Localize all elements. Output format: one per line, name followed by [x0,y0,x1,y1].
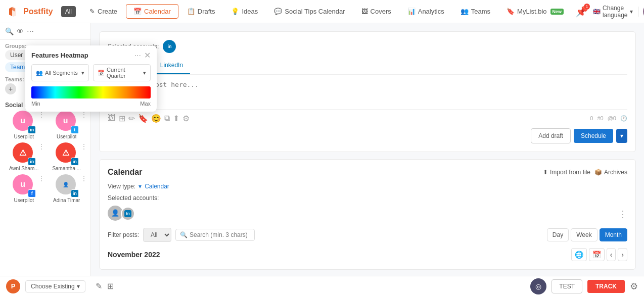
selected-account-chip[interactable]: in [163,40,176,53]
copy-icon[interactable]: ⧉ [164,114,170,123]
cal-nav-row: November 2022 🌐 📅 ‹ › [108,248,627,261]
view-type-dropdown[interactable]: ▾ [139,183,142,190]
nav-create[interactable]: ✎ Create [82,4,125,19]
linkedin-badge: in [71,158,79,166]
chevron-down-icon: ▾ [81,70,84,76]
cal-next-button[interactable]: › [618,248,627,261]
create-icon: ✎ [89,8,95,15]
all-tab[interactable]: All [61,6,76,17]
sidebar-more-button[interactable]: ⋯ [27,27,34,35]
heatmap-options-icon[interactable]: ··· [134,51,141,60]
cal-today-button[interactable]: 📅 [589,248,605,261]
bottom-right: ◎ TEST TRACK ⚙ [530,278,638,294]
month-view-button[interactable]: Month [600,228,627,241]
archives-button[interactable]: 📦 Archives [594,169,627,176]
schedule-dropdown-button[interactable]: ▾ [616,129,627,143]
top-nav: ✎ Create 📅 Calendar 📋 Drafts 💡 Ideas 💬 S… [82,4,571,19]
language-selector[interactable]: 🇬🇧 Change language ▾ [593,5,633,19]
flag-icon: 🇬🇧 [593,8,601,15]
account-item[interactable]: ⚠ in Awni Sham... ⋮ [4,142,44,171]
bottom-bar: P Choose Existing ▾ ✎ ⊞ ◎ TEST TRACK ⚙ [0,276,644,296]
test-button[interactable]: TEST [551,279,582,293]
nav-calendar[interactable]: 📅 Calendar [126,4,178,19]
account-item[interactable]: u t Userpilot ⋮ [47,111,87,139]
clock-icon: 🕐 [620,115,627,122]
account-more-icon[interactable]: ⋮ [80,111,87,119]
account-item[interactable]: u in Userpilot ⋮ [4,111,44,139]
heatmap-close-button[interactable]: ✕ [144,51,151,60]
add-draft-button[interactable]: Add draft [531,128,571,143]
sidebar-eye-button[interactable]: 👁 [17,27,24,35]
settings-icon[interactable]: ⚙ [182,114,190,123]
account-name: Userpilot [14,198,34,203]
calendar-search-input[interactable] [190,231,250,238]
pencil-icon[interactable]: ✎ [96,281,102,291]
pin-button[interactable]: 📌 1 [575,6,588,18]
nav-analytics[interactable]: 📊 Analytics [400,4,452,19]
emoji-icon[interactable]: 😊 [151,114,161,123]
grid-icon[interactable]: ⊞ [107,281,114,291]
pin-badge: 1 [584,4,590,10]
heatmap-max-label: Max [140,101,151,107]
cal-nav-buttons: 🌐 📅 ‹ › [571,248,627,261]
search-icon: 🔍 [180,231,188,238]
upload-icon[interactable]: ⬆ [173,114,179,123]
post-textarea[interactable] [108,75,627,108]
heatmap-header: Features Heatmap ··· ✕ [25,45,157,64]
account-item[interactable]: u f Userpilot ⋮ [4,174,44,203]
account-item[interactable]: 👤 in Adina Timar ⋮ [47,174,87,203]
nav-social-tips[interactable]: 💬 Social Tips Calendar [266,4,352,19]
quarter-select[interactable]: 📅 Current Quarter ▾ [93,64,151,81]
post-actions: Add draft Schedule ▾ [108,128,627,143]
heatmap-controls: 👥 All Segments ▾ 📅 Current Quarter ▾ [25,64,157,86]
calendar-icon: 📅 [98,70,105,76]
bookmark-icon[interactable]: 🔖 [138,114,148,123]
schedule-button[interactable]: Schedule [574,129,613,143]
track-button[interactable]: TRACK [587,280,625,293]
cal-more-button[interactable]: ⋮ [618,209,627,220]
grid-icon[interactable]: ⊞ [119,114,125,123]
account-more-icon[interactable]: ⋮ [38,174,45,182]
bottom-logo[interactable]: P [6,279,20,293]
teams-icon: 👥 [461,8,469,15]
logo-text: Postfity [23,7,53,16]
nav-teams[interactable]: 👥 Teams [453,4,498,19]
facebook-badge: f [28,189,36,198]
cal-globe-button[interactable]: 🌐 [571,248,587,261]
pen-icon[interactable]: ✏ [128,114,135,123]
analytics-icon: 📊 [407,8,416,15]
day-view-button[interactable]: Day [547,228,569,241]
add-team-button[interactable]: + [5,83,16,94]
nav-mylistbio[interactable]: 🔖 MyList.bio New [499,4,571,19]
segment-select[interactable]: 👥 All Segments ▾ [31,64,89,81]
account-more-icon[interactable]: ⋮ [38,142,45,151]
new-badge: New [550,9,564,15]
cal-prev-button[interactable]: ‹ [607,248,616,261]
account-avatar-wrap: 👤 in [56,174,78,196]
main-layout: 🔍 👁 ⋯ Groups: User Team Teams: + Social … [0,23,644,276]
linkedin-badge: in [28,126,36,134]
account-more-icon[interactable]: ⋮ [80,142,87,151]
segment-icon: 👥 [36,70,43,76]
nav-drafts[interactable]: 📋 Drafts [179,4,223,19]
account-more-icon[interactable]: ⋮ [38,111,45,119]
target-icon-button[interactable]: ◎ [530,278,546,294]
post-composer-card: Selected accounts: in Original in Linked… [99,31,636,152]
choose-existing-dropdown[interactable]: Choose Existing ▾ [25,280,85,292]
app-logo[interactable]: Postfity [6,5,53,19]
main-content: Selected accounts: in Original in Linked… [91,23,644,276]
filter-posts-select[interactable]: All [143,228,171,242]
chevron-down-icon: ▾ [77,283,80,290]
chevron-down-icon: ▾ [143,70,146,76]
heatmap-title: Features Heatmap [31,52,88,59]
nav-ideas[interactable]: 💡 Ideas [223,4,265,19]
sidebar-search-button[interactable]: 🔍 [5,27,14,35]
nav-covers[interactable]: 🖼 Covers [354,4,399,19]
import-from-file-button[interactable]: ⬆ Import from file [543,169,590,176]
archive-icon: 📦 [594,169,602,176]
account-more-icon[interactable]: ⋮ [80,174,87,182]
settings-icon[interactable]: ⚙ [630,281,638,292]
week-view-button[interactable]: Week [571,228,597,241]
account-item[interactable]: ⚠ in Samantha ... ⋮ [47,142,87,171]
image-icon[interactable]: 🖼 [108,114,116,123]
